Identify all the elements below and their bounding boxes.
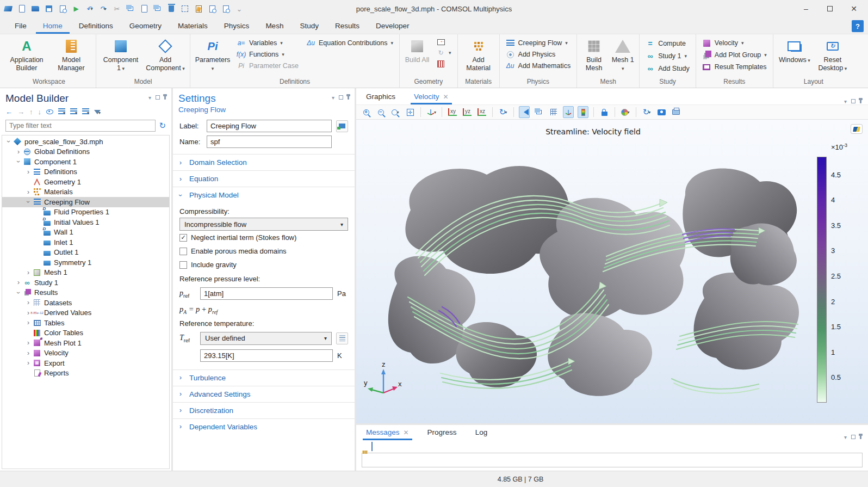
float-panel-icon[interactable] bbox=[339, 95, 343, 101]
import-geometry-button[interactable] bbox=[433, 38, 454, 46]
panel-menu-icon[interactable]: ▾ bbox=[844, 98, 847, 104]
move-down-icon[interactable]: ↓ bbox=[38, 108, 42, 116]
tab-materials[interactable]: Materials bbox=[171, 19, 215, 34]
temperature-input[interactable] bbox=[200, 349, 333, 362]
section-advanced-settings[interactable]: Advanced Settings bbox=[173, 386, 355, 402]
close-tab-icon[interactable]: ✕ bbox=[404, 429, 409, 436]
open-file-icon[interactable] bbox=[29, 3, 41, 15]
compressibility-select[interactable]: Incompressible flow bbox=[179, 218, 348, 231]
undo-icon[interactable]: ↶▾ bbox=[84, 3, 96, 15]
image-snapshot-icon[interactable] bbox=[656, 106, 667, 118]
label-input[interactable] bbox=[207, 120, 332, 132]
grid-icon[interactable] bbox=[548, 106, 559, 118]
clear-messages-icon[interactable] bbox=[362, 442, 366, 451]
section-discretization[interactable]: Discretization bbox=[173, 402, 355, 418]
section-turbulence[interactable]: Turbulence bbox=[173, 369, 355, 386]
new-file-icon[interactable] bbox=[16, 3, 28, 15]
twistie-icon[interactable] bbox=[14, 148, 23, 156]
tree-item-datasets[interactable]: Datasets bbox=[2, 298, 169, 308]
rotate-icon[interactable]: ↻▾ bbox=[498, 106, 509, 118]
windows-button[interactable]: Windows bbox=[777, 36, 813, 66]
study1-button[interactable]: ∞ Study 1 bbox=[643, 51, 692, 61]
name-input[interactable] bbox=[207, 135, 332, 148]
color-theme-icon[interactable]: ▾ bbox=[620, 106, 631, 118]
twistie-icon[interactable] bbox=[14, 289, 23, 297]
tab-velocity[interactable]: Velocity✕ bbox=[411, 89, 452, 104]
node-group-icon[interactable]: ▾ bbox=[82, 108, 89, 116]
partition-button[interactable] bbox=[433, 59, 454, 69]
zoom-extents-icon[interactable]: ✛ bbox=[405, 106, 416, 118]
panel-menu-icon[interactable]: ▾ bbox=[844, 434, 847, 440]
add-plot-group-button[interactable]: Add Plot Group bbox=[699, 50, 770, 60]
delete-icon[interactable] bbox=[165, 3, 177, 15]
back-icon[interactable]: ← bbox=[5, 108, 13, 116]
tree-item-fluid-properties[interactable]: Fluid Properties 1 bbox=[2, 207, 169, 218]
build-all-button[interactable]: Build All bbox=[403, 36, 431, 66]
color-legend-icon[interactable] bbox=[578, 106, 588, 118]
reference-temperature-select[interactable]: User defined bbox=[200, 332, 332, 345]
twistie-icon[interactable] bbox=[24, 198, 33, 206]
pin-panel-icon[interactable] bbox=[860, 98, 861, 104]
tree-item-mesh1[interactable]: Mesh 1 bbox=[2, 268, 169, 278]
application-builder-button[interactable]: A Application Builder bbox=[5, 36, 48, 74]
twistie-icon[interactable] bbox=[24, 359, 33, 367]
twistie-icon[interactable] bbox=[24, 339, 33, 347]
find-icon[interactable] bbox=[206, 3, 218, 15]
save-icon[interactable] bbox=[43, 3, 55, 15]
tree-item-creeping-flow[interactable]: Creeping Flow bbox=[2, 197, 169, 207]
twistie-icon[interactable] bbox=[14, 158, 23, 165]
parameter-case-button[interactable]: Pi Parameter Case bbox=[234, 61, 301, 71]
reset-desktop-button[interactable]: ↻ Reset Desktop bbox=[815, 36, 851, 74]
section-domain-selection[interactable]: Domain Selection bbox=[173, 154, 355, 170]
tab-graphics[interactable]: Graphics bbox=[363, 89, 399, 104]
view-xz-icon[interactable]: xz bbox=[476, 106, 487, 118]
open-messages-table-icon[interactable] bbox=[371, 442, 373, 451]
view-xy-icon[interactable]: xy bbox=[447, 106, 458, 118]
pin-panel-icon[interactable] bbox=[860, 434, 861, 440]
collapse-icon[interactable]: ▾ bbox=[70, 108, 77, 116]
build-mesh-button[interactable]: Build Mesh bbox=[580, 36, 607, 74]
tree-item-symmetry1[interactable]: Symmetry 1 bbox=[2, 257, 169, 268]
model-manager-button[interactable]: Model Manager bbox=[50, 36, 92, 74]
run-icon[interactable]: ▶ bbox=[70, 3, 82, 15]
include-gravity-checkbox-row[interactable]: Include gravity bbox=[179, 258, 348, 272]
add-material-button[interactable]: Add Material bbox=[461, 36, 496, 74]
minimize-button[interactable]: – bbox=[794, 1, 818, 17]
update-plot-icon[interactable]: ↻▾ bbox=[641, 106, 652, 118]
tree-item-geometry1[interactable]: Geometry 1 bbox=[2, 177, 169, 187]
customize-toolbar-icon[interactable]: ⌄ bbox=[233, 3, 245, 15]
comsol-logo-button[interactable] bbox=[851, 124, 863, 134]
add-mathematics-button[interactable]: Δu Add Mathematics bbox=[503, 61, 574, 71]
float-panel-icon[interactable] bbox=[156, 95, 160, 101]
twistie-icon[interactable] bbox=[24, 188, 33, 196]
section-dependent-variables[interactable]: Dependent Variables bbox=[173, 418, 355, 435]
porous-media-checkbox-row[interactable]: Enable porous media domains bbox=[179, 244, 348, 258]
section-equation[interactable]: Equation bbox=[173, 170, 355, 187]
cut-icon[interactable]: ✂ bbox=[111, 3, 123, 15]
tree-item-global-definitions[interactable]: Global Definitions bbox=[2, 147, 169, 157]
tree-item-results[interactable]: Results bbox=[2, 288, 169, 298]
twistie-icon[interactable] bbox=[24, 269, 33, 276]
filter-input[interactable] bbox=[5, 120, 156, 132]
tree-item-reports[interactable]: Reports bbox=[2, 368, 169, 379]
duplicate-icon[interactable] bbox=[152, 3, 164, 15]
tree-item-initial-values[interactable]: Initial Values 1 bbox=[2, 217, 169, 227]
transparency-icon[interactable] bbox=[534, 106, 544, 118]
panel-menu-icon[interactable]: ▾ bbox=[332, 95, 334, 101]
rename-button[interactable] bbox=[336, 120, 348, 132]
tree-item-component1[interactable]: Component 1 bbox=[2, 157, 169, 167]
neglect-inertial-checkbox-row[interactable]: Neglect inertial term (Stokes flow) bbox=[179, 231, 348, 244]
panel-menu-icon[interactable]: ▾ bbox=[148, 95, 151, 101]
tab-results[interactable]: Results bbox=[328, 19, 367, 34]
parameters-button[interactable]: Pi Parameters bbox=[194, 36, 232, 74]
tab-messages[interactable]: Messages✕ bbox=[363, 425, 412, 440]
tab-progress[interactable]: Progress bbox=[424, 425, 460, 440]
twistie-icon[interactable] bbox=[24, 319, 33, 326]
checkbox-icon[interactable] bbox=[179, 261, 187, 269]
tree-item-derived-values[interactable]: Derived Values bbox=[2, 308, 169, 318]
tree-item-outlet1[interactable]: Outlet 1 bbox=[2, 248, 169, 258]
checkbox-icon[interactable] bbox=[179, 248, 187, 255]
tree-item-tables[interactable]: Tables bbox=[2, 318, 169, 328]
tree-item-wall1[interactable]: Wall 1 bbox=[2, 227, 169, 238]
messages-output[interactable] bbox=[362, 453, 863, 467]
